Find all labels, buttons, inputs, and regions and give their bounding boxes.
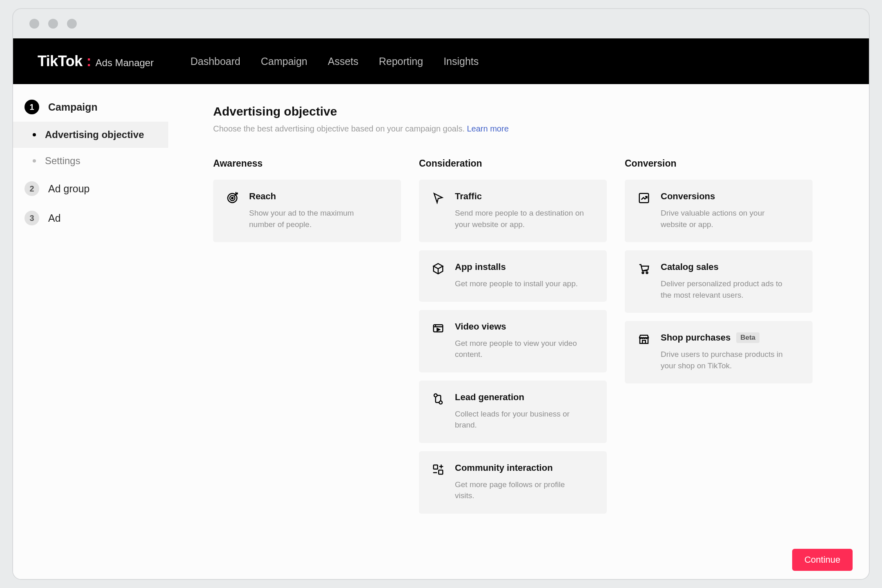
brand-name: TikTok	[38, 53, 82, 70]
card-title: Community interaction	[455, 463, 595, 473]
substep-label: Advertising objective	[45, 129, 144, 140]
card-title-row: Shop purchases Beta	[661, 332, 800, 343]
card-title: Traffic	[455, 191, 595, 202]
card-title: Video views	[455, 321, 595, 332]
card-video-views[interactable]: Video views Get more people to view your…	[419, 310, 607, 372]
topnav: Dashboard Campaign Assets Reporting Insi…	[190, 56, 479, 67]
card-title: Conversions	[661, 191, 800, 202]
nav-campaign[interactable]: Campaign	[261, 56, 307, 67]
nav-assets[interactable]: Assets	[328, 56, 359, 67]
step-label: Campaign	[48, 101, 98, 113]
step-campaign[interactable]: 1 Campaign	[13, 92, 168, 122]
nav-reporting[interactable]: Reporting	[379, 56, 423, 67]
page-sub-text: Choose the best advertising objective ba…	[213, 124, 465, 133]
step-label: Ad group	[48, 183, 89, 195]
app-body: 1 Campaign Advertising objective Setting…	[13, 84, 869, 579]
card-desc: Collect leads for your business or brand…	[455, 408, 586, 431]
svg-point-2	[232, 197, 233, 199]
col-title: Consideration	[419, 158, 607, 169]
card-community-interaction[interactable]: Community interaction Get more page foll…	[419, 451, 607, 514]
target-icon	[225, 191, 239, 205]
card-conversions[interactable]: Conversions Drive valuable actions on yo…	[625, 180, 813, 242]
card-title: App installs	[455, 262, 595, 272]
topbar: TikTok: Ads Manager Dashboard Campaign A…	[13, 38, 869, 84]
card-desc: Deliver personalized product ads to the …	[661, 278, 791, 301]
col-title: Conversion	[625, 158, 813, 169]
footer: Continue	[792, 549, 853, 571]
card-body: Conversions Drive valuable actions on yo…	[661, 191, 800, 230]
card-body: Community interaction Get more page foll…	[455, 463, 595, 501]
svg-point-5	[439, 401, 443, 404]
browser-titlebar	[13, 9, 869, 38]
objective-columns: Awareness Reach Show your ad to the maxi…	[213, 158, 844, 514]
card-title: Lead generation	[455, 392, 595, 403]
step-number: 2	[24, 181, 39, 196]
substep-advertising-objective[interactable]: Advertising objective	[13, 122, 168, 148]
cursor-icon	[431, 191, 445, 205]
card-body: Traffic Send more people to a destinatio…	[455, 191, 595, 230]
main: Advertising objective Choose the best ad…	[168, 84, 869, 579]
page-subtitle: Choose the best advertising objective ba…	[213, 124, 844, 134]
leads-icon	[431, 392, 445, 406]
card-desc: Get more page follows or profile visits.	[455, 479, 586, 501]
browser-frame: TikTok: Ads Manager Dashboard Campaign A…	[12, 8, 870, 580]
substeps: Advertising objective Settings	[13, 122, 168, 174]
store-icon	[637, 332, 651, 346]
svg-rect-6	[434, 465, 438, 469]
col-consideration: Consideration Traffic Send more people t…	[419, 158, 607, 514]
step-number: 3	[24, 211, 39, 225]
page-title: Advertising objective	[213, 105, 844, 118]
card-desc: Get more people to view your video conte…	[455, 338, 586, 360]
step-number: 1	[24, 100, 39, 114]
card-shop-purchases[interactable]: Shop purchases Beta Drive users to purch…	[625, 321, 813, 383]
substep-label: Settings	[45, 155, 80, 167]
card-body: Video views Get more people to view your…	[455, 321, 595, 360]
card-traffic[interactable]: Traffic Send more people to a destinatio…	[419, 180, 607, 242]
continue-button[interactable]: Continue	[792, 549, 853, 571]
card-body: Reach Show your ad to the maximum number…	[249, 191, 389, 230]
step-ad-group[interactable]: 2 Ad group	[13, 174, 168, 203]
card-body: Shop purchases Beta Drive users to purch…	[661, 332, 800, 371]
brand-colon: :	[87, 53, 91, 70]
col-conversion: Conversion Conversions Drive valuable ac…	[625, 158, 813, 514]
bullet-icon	[33, 159, 36, 163]
brand-sub: Ads Manager	[96, 57, 154, 69]
svg-point-4	[434, 394, 437, 397]
card-desc: Drive users to purchase products in your…	[661, 349, 791, 371]
card-desc: Drive valuable actions on your website o…	[661, 207, 791, 230]
window-dot	[48, 19, 58, 29]
col-title: Awareness	[213, 158, 401, 169]
card-body: App installs Get more people to install …	[455, 262, 595, 290]
nav-insights[interactable]: Insights	[443, 56, 479, 67]
sidebar: 1 Campaign Advertising objective Setting…	[13, 84, 168, 579]
substep-settings[interactable]: Settings	[13, 148, 168, 174]
card-app-installs[interactable]: App installs Get more people to install …	[419, 250, 607, 302]
bullet-icon	[33, 133, 36, 136]
step-ad[interactable]: 3 Ad	[13, 203, 168, 233]
chart-up-icon	[637, 191, 651, 205]
cube-icon	[431, 262, 445, 276]
community-icon	[431, 463, 445, 477]
app: TikTok: Ads Manager Dashboard Campaign A…	[13, 38, 869, 579]
nav-dashboard[interactable]: Dashboard	[190, 56, 240, 67]
card-reach[interactable]: Reach Show your ad to the maximum number…	[213, 180, 401, 242]
card-desc: Send more people to a destination on you…	[455, 207, 586, 230]
card-desc: Get more people to install your app.	[455, 278, 586, 290]
card-catalog-sales[interactable]: Catalog sales Deliver personalized produ…	[625, 250, 813, 313]
svg-rect-7	[439, 470, 443, 474]
step-label: Ad	[48, 212, 61, 224]
card-body: Lead generation Collect leads for your b…	[455, 392, 595, 431]
brand[interactable]: TikTok: Ads Manager	[38, 53, 154, 70]
svg-point-9	[642, 272, 644, 274]
card-title: Reach	[249, 191, 389, 202]
cart-icon	[637, 262, 651, 276]
col-awareness: Awareness Reach Show your ad to the maxi…	[213, 158, 401, 514]
beta-badge: Beta	[736, 332, 760, 343]
card-body: Catalog sales Deliver personalized produ…	[661, 262, 800, 301]
card-lead-generation[interactable]: Lead generation Collect leads for your b…	[419, 381, 607, 443]
video-icon	[431, 321, 445, 335]
card-title: Shop purchases	[661, 332, 731, 343]
card-title: Catalog sales	[661, 262, 800, 272]
svg-point-10	[646, 272, 648, 274]
learn-more-link[interactable]: Learn more	[467, 124, 509, 133]
